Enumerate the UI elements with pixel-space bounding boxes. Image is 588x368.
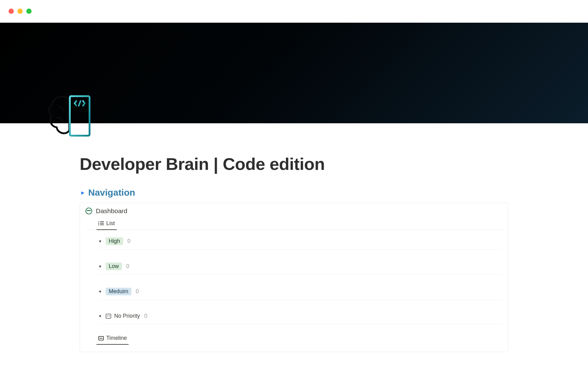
group-high[interactable]: ▼ High 0 <box>98 233 503 250</box>
chevron-down-icon[interactable]: ▼ <box>98 264 103 269</box>
tab-list-label: List <box>106 220 115 227</box>
chevron-down-icon[interactable]: ▼ <box>98 289 103 294</box>
priority-tag-medium: Meduim <box>106 288 131 295</box>
navigation-toggle[interactable]: ▶ Navigation <box>80 187 508 198</box>
page-title[interactable]: Developer Brain | Code edition <box>80 154 508 174</box>
tab-list[interactable]: List <box>98 218 115 230</box>
group-low-count: 0 <box>126 263 129 270</box>
chevron-down-icon[interactable]: ▼ <box>98 239 103 243</box>
group-low[interactable]: ▼ Low 0 <box>98 258 503 275</box>
group-no-priority-count: 0 <box>144 313 147 319</box>
triangle-right-icon: ▶ <box>80 190 86 195</box>
priority-tag-low: Low <box>106 263 122 270</box>
page-content: Developer Brain | Code edition ▶ Navigat… <box>40 123 548 352</box>
window-close-button[interactable] <box>9 9 14 14</box>
window-minimize-button[interactable] <box>17 9 23 14</box>
brain-code-icon <box>47 92 94 140</box>
group-high-count: 0 <box>127 238 130 244</box>
group-medium[interactable]: ▼ Meduim 0 <box>98 283 503 300</box>
timeline-icon <box>98 336 104 340</box>
page-icon[interactable] <box>47 92 94 140</box>
chevron-down-icon[interactable]: ▼ <box>98 314 103 318</box>
priority-tag-high: High <box>106 237 123 245</box>
dashboard-title: Dashboard <box>96 207 127 215</box>
group-no-priority[interactable]: ▼ No Priority 0 <box>98 309 503 324</box>
dashboard-header[interactable]: Dashboard <box>85 207 503 215</box>
svg-line-2 <box>79 101 81 106</box>
secondary-view-tabs: Timeline <box>85 333 503 344</box>
globe-icon <box>85 208 92 214</box>
group-medium-count: 0 <box>136 288 139 295</box>
priority-tag-none: No Priority <box>114 313 140 319</box>
tab-timeline[interactable]: Timeline <box>98 333 127 344</box>
tab-timeline-label: Timeline <box>106 335 127 341</box>
list-icon <box>98 221 104 226</box>
empty-tag-icon <box>106 314 111 319</box>
window-zoom-button[interactable] <box>26 9 32 14</box>
dashboard-card: Dashboard List ▼ High 0 ▼ Low 0 ▼ Meduim… <box>80 203 508 352</box>
window-titlebar <box>0 0 588 23</box>
view-tabs: List <box>85 218 503 230</box>
navigation-toggle-label: Navigation <box>88 187 135 198</box>
